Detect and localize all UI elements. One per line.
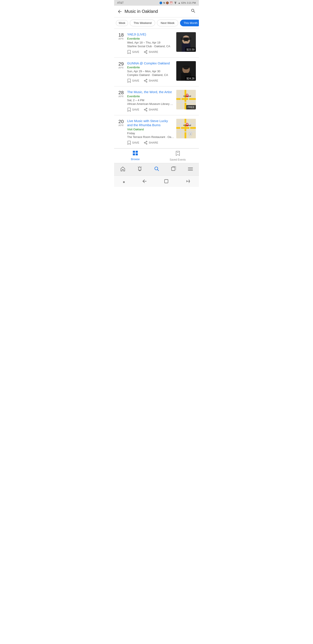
- save-button[interactable]: SAVE: [127, 50, 139, 54]
- svg-rect-10: [181, 38, 192, 40]
- status-icons: 🔵 N 🔕 ⏰ ▲ 63% 3:21 PM: [159, 1, 196, 4]
- back-button[interactable]: [117, 9, 122, 14]
- price-badge: $24.26: [185, 76, 196, 81]
- event-location: The Terrace Room Restaurant · Oakland…: [127, 135, 174, 138]
- event-item-steve-lucky: 20 APR Live Music with Steve Lucky and t…: [114, 115, 199, 148]
- bookmark-icon: [127, 108, 131, 112]
- android-dot-button[interactable]: [119, 178, 129, 185]
- event-location: Complex Oakland · Oakland, CA: [127, 73, 174, 76]
- svg-point-15: [146, 81, 147, 82]
- share-button[interactable]: SHARE: [144, 79, 158, 83]
- home-nav-button[interactable]: [117, 166, 129, 173]
- event-details: The Music, the Word, the Artist Eventbri…: [127, 90, 174, 112]
- event-title[interactable]: YAEJI (LIVE): [127, 32, 174, 36]
- status-bar: AT&T 🔵 N 🔕 ⏰ ▲ 63% 3:21 PM: [114, 0, 199, 6]
- event-details: YAEJI (LIVE) Eventbrite Wed, Apr 18 – Th…: [127, 32, 174, 54]
- tab-saved-events[interactable]: Saved Events: [156, 151, 199, 161]
- event-time: Wed, Apr 18 – Thu, Apr 19: [127, 41, 174, 44]
- svg-rect-30: [176, 102, 196, 103]
- tab-browse[interactable]: Browse: [114, 151, 156, 161]
- windows-nav-button[interactable]: [168, 166, 180, 173]
- svg-point-67: [123, 181, 125, 183]
- svg-point-0: [175, 4, 176, 4]
- search-nav-button[interactable]: [151, 165, 163, 174]
- svg-rect-46: [189, 119, 190, 138]
- svg-rect-29: [185, 90, 186, 110]
- svg-rect-47: [180, 119, 181, 138]
- tab-next-week[interactable]: Next Week: [157, 20, 178, 26]
- time-label: 3:21 PM: [187, 2, 196, 4]
- page-title: Music in Oakland: [125, 9, 188, 14]
- svg-line-4: [145, 52, 146, 53]
- save-button[interactable]: SAVE: [127, 141, 139, 145]
- event-thumbnail[interactable]: Oakland ⊕: [176, 119, 196, 138]
- event-title[interactable]: The Music, the Word, the Artist: [127, 90, 174, 94]
- svg-point-3: [146, 53, 147, 54]
- tab-week[interactable]: Week: [116, 20, 128, 26]
- nav-bar: [114, 163, 199, 176]
- event-title[interactable]: GUNNA @ Complex Oakland: [127, 61, 174, 66]
- share-icon: [144, 50, 148, 54]
- save-button[interactable]: SAVE: [127, 108, 139, 112]
- notifications-nav-button[interactable]: [134, 165, 146, 174]
- search-button[interactable]: [191, 8, 196, 14]
- event-date: 18 APR: [117, 32, 125, 40]
- android-nav-bar: [114, 176, 199, 187]
- event-thumbnail[interactable]: $15.59: [176, 32, 196, 52]
- filter-tabs: Week This Weekend Next Week This Month N…: [114, 18, 199, 29]
- event-source: Eventbrite: [127, 95, 174, 98]
- save-button[interactable]: SAVE: [127, 79, 139, 83]
- svg-line-25: [145, 110, 146, 110]
- event-actions: SAVE SHARE: [127, 79, 174, 83]
- android-back-button[interactable]: [138, 178, 151, 185]
- event-location: African American Museum Library At O…: [127, 102, 174, 106]
- svg-rect-68: [165, 180, 168, 183]
- signal-icon: ▲: [178, 2, 180, 4]
- android-recents-button[interactable]: [182, 178, 195, 185]
- share-button[interactable]: SHARE: [144, 50, 158, 54]
- bookmark-icon: [127, 79, 131, 83]
- svg-point-24: [146, 110, 147, 112]
- svg-rect-45: [176, 132, 196, 132]
- header: Music in Oakland: [114, 6, 199, 18]
- event-thumbnail[interactable]: $24.26: [176, 61, 196, 81]
- event-item-music-word: 28 APR The Music, the Word, the Artist E…: [114, 86, 199, 115]
- share-button[interactable]: SHARE: [144, 141, 158, 145]
- event-time: Friday: [127, 132, 174, 135]
- alarm-icon: ⏰: [170, 2, 173, 4]
- share-button[interactable]: SHARE: [144, 108, 158, 112]
- event-actions: SAVE SHARE: [127, 50, 174, 54]
- event-thumbnail[interactable]: Oakland FREE: [176, 90, 196, 110]
- android-home-button[interactable]: [160, 178, 173, 185]
- nfc-icon: N: [163, 2, 165, 4]
- bluetooth-icon: 🔵: [159, 2, 162, 4]
- svg-rect-57: [133, 154, 135, 155]
- bookmark-icon: [127, 141, 131, 145]
- svg-point-1: [146, 50, 147, 51]
- saved-events-icon: [176, 151, 180, 157]
- svg-rect-56: [136, 151, 138, 153]
- event-item-yaeji: 18 APR YAEJI (LIVE) Eventbrite Wed, Apr …: [114, 29, 199, 58]
- event-title[interactable]: Live Music with Steve Lucky and the Rhum…: [127, 119, 174, 127]
- svg-point-2: [144, 51, 145, 52]
- battery-label: 63%: [181, 2, 186, 4]
- tab-this-month[interactable]: This Month: [180, 20, 199, 26]
- event-source: Eventbrite: [127, 66, 174, 69]
- silent-icon: 🔕: [166, 2, 169, 4]
- event-location: Starline Social Club · Oakland, CA: [127, 44, 174, 48]
- svg-point-14: [144, 80, 145, 81]
- svg-rect-60: [139, 170, 140, 171]
- svg-point-12: [187, 40, 188, 42]
- event-date: 28 APR: [117, 90, 125, 98]
- event-source: Eventbrite: [127, 37, 174, 40]
- event-item-gunna: 29 APR GUNNA @ Complex Oakland Eventbrit…: [114, 58, 199, 86]
- share-icon: [144, 108, 148, 112]
- tab-this-weekend[interactable]: This Weekend: [130, 20, 155, 26]
- menu-nav-button[interactable]: [185, 166, 196, 173]
- svg-text:⊕: ⊕: [190, 133, 191, 135]
- svg-point-23: [144, 109, 145, 110]
- event-list: 18 APR YAEJI (LIVE) Eventbrite Wed, Apr …: [114, 29, 199, 148]
- free-badge: FREE: [186, 105, 196, 110]
- bookmark-icon: [127, 50, 131, 54]
- svg-point-37: [146, 141, 147, 142]
